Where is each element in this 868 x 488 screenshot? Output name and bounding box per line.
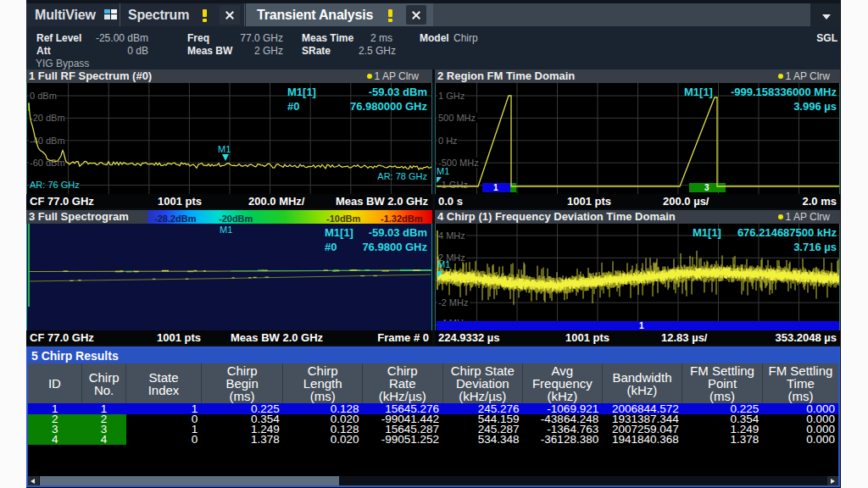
svg-text:1 GHz: 1 GHz [438, 91, 465, 101]
svg-text:500 MHz: 500 MHz [438, 113, 476, 123]
svg-text:0 dBm: 0 dBm [30, 91, 57, 101]
svg-text:4 MHz: 4 MHz [438, 230, 465, 241]
svg-text:1: 1 [639, 321, 644, 330]
svg-text:-1 GHz: -1 GHz [438, 180, 468, 190]
svg-text:1: 1 [493, 183, 498, 192]
svg-text:0 Hz: 0 Hz [438, 136, 458, 146]
svg-text:-20 dBm: -20 dBm [30, 113, 65, 123]
svg-text:-2 MHz: -2 MHz [438, 297, 468, 308]
svg-text:3: 3 [704, 183, 709, 192]
